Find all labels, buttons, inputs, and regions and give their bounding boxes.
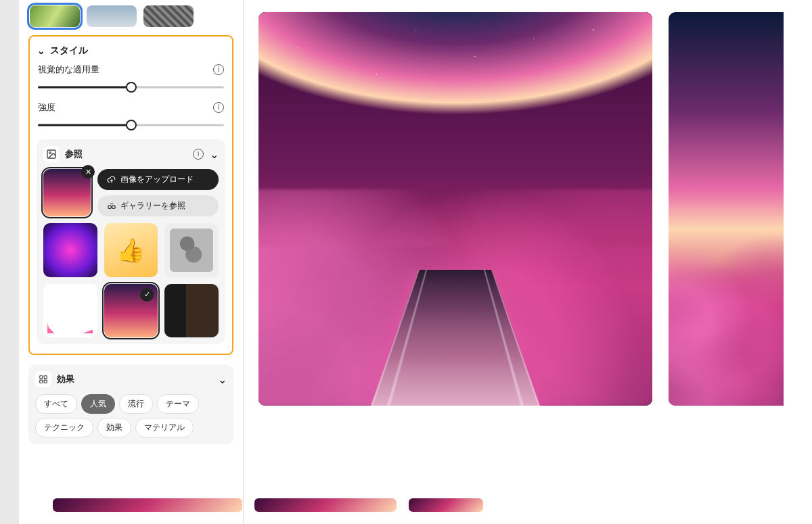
style-section-header[interactable]: ⌄ スタイル — [37, 45, 225, 57]
strength-slider[interactable] — [37, 118, 225, 133]
aspect-thumb-1[interactable] — [30, 5, 80, 27]
effects-chip[interactable]: テクニック — [35, 418, 93, 437]
image-icon — [43, 146, 60, 162]
svg-rect-4 — [40, 376, 43, 379]
gallery-item[interactable] — [43, 223, 97, 277]
browse-gallery-label: ギャラリーを参照 — [120, 200, 185, 212]
upload-cloud-icon — [107, 175, 116, 185]
svg-point-1 — [49, 152, 51, 154]
svg-point-2 — [108, 205, 112, 208]
chevron-down-icon[interactable]: ⌄ — [217, 373, 227, 386]
upload-image-label: 画像をアップロード — [120, 174, 194, 185]
aspect-thumb-3[interactable] — [143, 5, 194, 27]
style-panel: ⌄ スタイル 視覚的な適用量 i 強度 i — [28, 35, 233, 355]
effects-chip[interactable]: すべて — [35, 394, 77, 414]
effects-chip[interactable]: テーマ — [157, 394, 199, 414]
strength-label: 強度 — [38, 101, 55, 114]
binoculars-icon — [107, 201, 116, 211]
visual-amount-slider[interactable] — [37, 80, 225, 95]
effects-chip[interactable]: 人気 — [81, 394, 115, 414]
style-section-title: スタイル — [50, 45, 88, 57]
effects-chip-row: すべて人気流行テーマテクニック効果マテリアル — [35, 394, 227, 437]
sidebar: ⌄ スタイル 視覚的な適用量 i 強度 i — [19, 0, 244, 524]
reference-thumbnail-selected[interactable]: ✕ — [43, 169, 91, 216]
chevron-down-icon: ⌄ — [37, 45, 46, 56]
info-icon[interactable]: i — [213, 64, 224, 75]
app-root: ⌄ スタイル 視覚的な適用量 i 強度 i — [19, 0, 812, 524]
effects-title: 効果 — [57, 373, 74, 385]
reference-gallery: ✓ — [43, 223, 219, 337]
aspect-thumbnails — [28, 5, 233, 27]
effects-chip[interactable]: マテリアル — [135, 418, 194, 437]
effects-chip[interactable]: 流行 — [119, 394, 153, 414]
result-thumbnails — [244, 498, 812, 512]
effects-card: 効果 ⌄ すべて人気流行テーマテクニック効果マテリアル — [28, 364, 233, 444]
main-canvas — [244, 0, 812, 524]
gallery-item[interactable] — [43, 284, 97, 338]
chevron-down-icon[interactable]: ⌄ — [209, 148, 219, 161]
browse-gallery-button[interactable]: ギャラリーを参照 — [97, 195, 219, 216]
reference-card: 参照 i ⌄ ✕ 画像をアップロード — [37, 139, 225, 344]
check-icon: ✓ — [140, 288, 154, 302]
reference-title: 参照 — [65, 148, 83, 160]
upload-image-button[interactable]: 画像をアップロード — [97, 169, 219, 190]
aspect-thumb-2[interactable] — [87, 5, 137, 27]
gallery-item-selected[interactable]: ✓ — [104, 284, 158, 338]
effects-chip[interactable]: 効果 — [97, 418, 131, 437]
gallery-item[interactable] — [164, 284, 219, 338]
svg-rect-5 — [44, 376, 47, 379]
result-thumb[interactable] — [254, 498, 397, 512]
svg-rect-7 — [44, 381, 47, 383]
remove-reference-icon[interactable]: ✕ — [81, 165, 95, 178]
generated-image-2[interactable] — [669, 12, 784, 406]
result-thumb[interactable] — [409, 498, 483, 512]
svg-point-3 — [112, 205, 116, 208]
gallery-item[interactable] — [104, 223, 158, 277]
svg-rect-6 — [40, 381, 43, 383]
gallery-item[interactable] — [164, 223, 219, 277]
grid-icon — [35, 371, 51, 387]
generated-image-1[interactable] — [258, 12, 652, 406]
info-icon[interactable]: i — [193, 149, 204, 160]
info-icon[interactable]: i — [213, 102, 224, 113]
visual-amount-label: 視覚的な適用量 — [38, 64, 99, 76]
